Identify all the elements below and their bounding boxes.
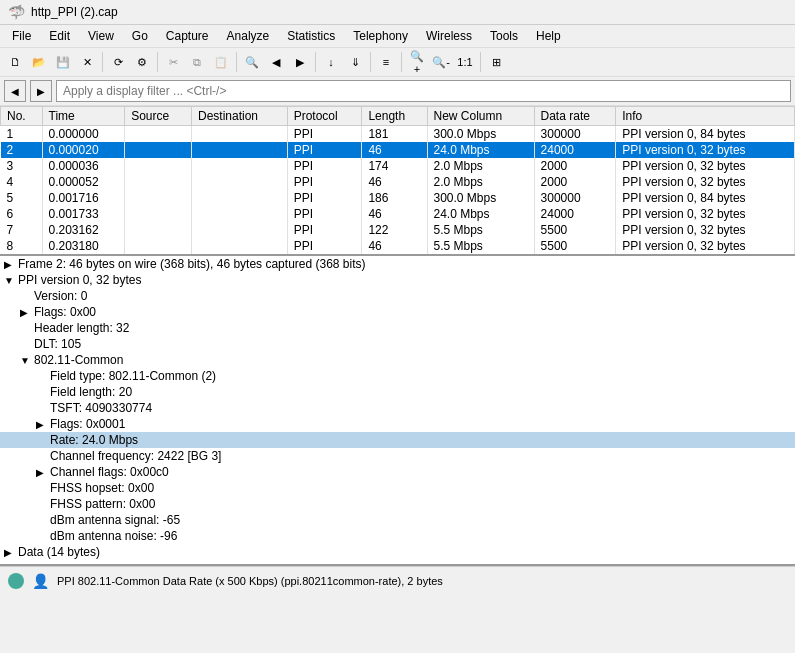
table-cell: 300.0 Mbps [427,126,534,143]
table-row[interactable]: 50.001716PPI186300.0 Mbps300000PPI versi… [1,190,795,206]
col-info[interactable]: Info [616,107,795,126]
detail-line[interactable]: ▼PPI version 0, 32 bytes [0,272,795,288]
table-cell: 24000 [534,206,616,222]
detail-line[interactable]: dBm antenna noise: -96 [0,528,795,544]
table-row[interactable]: 70.203162PPI1225.5 Mbps5500PPI version 0… [1,222,795,238]
table-cell: 122 [362,222,427,238]
table-cell: 46 [362,238,427,254]
table-row[interactable]: 30.000036PPI1742.0 Mbps2000PPI version 0… [1,158,795,174]
sep6 [401,52,402,72]
col-length[interactable]: Length [362,107,427,126]
table-cell: 186 [362,190,427,206]
detail-line[interactable]: ▶Flags: 0x00 [0,304,795,320]
table-cell: 24.0 Mbps [427,206,534,222]
detail-line[interactable]: Field length: 20 [0,384,795,400]
filter-forward-btn[interactable]: ▶ [30,80,52,102]
expand-icon[interactable]: ▼ [4,275,18,286]
detail-line[interactable]: ▶Channel flags: 0x00c0 [0,464,795,480]
menu-analyze[interactable]: Analyze [219,27,278,45]
detail-line[interactable]: DLT: 105 [0,336,795,352]
toolbar-zoom-out[interactable]: 🔍- [430,51,452,73]
col-protocol[interactable]: Protocol [287,107,362,126]
menu-telephony[interactable]: Telephony [345,27,416,45]
table-row[interactable]: 10.000000PPI181300.0 Mbps300000PPI versi… [1,126,795,143]
toolbar-goto[interactable]: ↓ [320,51,342,73]
detail-line[interactable]: Version: 0 [0,288,795,304]
table-row[interactable]: 20.000020PPI4624.0 Mbps24000PPI version … [1,142,795,158]
filter-back-btn[interactable]: ◀ [4,80,26,102]
toolbar-resize[interactable]: ⊞ [485,51,507,73]
filter-input[interactable] [56,80,791,102]
detail-line[interactable]: FHSS pattern: 0x00 [0,496,795,512]
toolbar-back[interactable]: ◀ [265,51,287,73]
menu-capture[interactable]: Capture [158,27,217,45]
detail-line[interactable]: FHSS hopset: 0x00 [0,480,795,496]
table-cell: PPI version 0, 32 bytes [616,206,795,222]
toolbar-capture-opts[interactable]: ⚙ [131,51,153,73]
table-row[interactable]: 40.000052PPI462.0 Mbps2000PPI version 0,… [1,174,795,190]
table-cell [125,238,192,254]
detail-line[interactable]: Channel frequency: 2422 [BG 3] [0,448,795,464]
menu-tools[interactable]: Tools [482,27,526,45]
table-row[interactable]: 60.001733PPI4624.0 Mbps24000PPI version … [1,206,795,222]
menu-file[interactable]: File [4,27,39,45]
toolbar-forward[interactable]: ▶ [289,51,311,73]
toolbar-reload[interactable]: ⟳ [107,51,129,73]
toolbar-open[interactable]: 📂 [28,51,50,73]
detail-line[interactable]: Rate: 24.0 Mbps [0,432,795,448]
expand-icon[interactable]: ▶ [4,259,18,270]
expand-icon[interactable]: ▶ [20,307,34,318]
col-destination[interactable]: Destination [191,107,287,126]
toolbar-copy[interactable]: ⧉ [186,51,208,73]
table-cell: 46 [362,142,427,158]
table-cell: 2.0 Mbps [427,158,534,174]
menu-go[interactable]: Go [124,27,156,45]
detail-line[interactable]: ▶Frame 2: 46 bytes on wire (368 bits), 4… [0,256,795,272]
col-datarate[interactable]: Data rate [534,107,616,126]
table-cell: 0.000020 [42,142,125,158]
table-cell: 5.5 Mbps [427,222,534,238]
sep3 [236,52,237,72]
col-time[interactable]: Time [42,107,125,126]
status-text: PPI 802.11-Common Data Rate (x 500 Kbps)… [57,575,443,587]
detail-line[interactable]: ▶Flags: 0x0001 [0,416,795,432]
expand-icon[interactable]: ▶ [4,547,18,558]
expand-icon[interactable]: ▶ [36,419,50,430]
detail-line[interactable]: Header length: 32 [0,320,795,336]
menu-view[interactable]: View [80,27,122,45]
detail-line[interactable]: dBm antenna signal: -65 [0,512,795,528]
col-source[interactable]: Source [125,107,192,126]
table-row[interactable]: 80.203180PPI465.5 Mbps5500PPI version 0,… [1,238,795,254]
toolbar-paste[interactable]: 📋 [210,51,232,73]
toolbar-zoom-normal[interactable]: 1:1 [454,51,476,73]
menu-help[interactable]: Help [528,27,569,45]
table-cell: 8 [1,238,43,254]
expand-icon[interactable]: ▶ [36,467,50,478]
toolbar-close[interactable]: ✕ [76,51,98,73]
ready-icon [8,573,24,589]
detail-line[interactable]: ▶Data (14 bytes) [0,544,795,560]
toolbar-cut[interactable]: ✂ [162,51,184,73]
toolbar-save[interactable]: 💾 [52,51,74,73]
table-cell: 300000 [534,126,616,143]
detail-line[interactable]: TSFT: 4090330774 [0,400,795,416]
toolbar-scroll[interactable]: ⇓ [344,51,366,73]
col-newcol[interactable]: New Column [427,107,534,126]
detail-text: Header length: 32 [34,321,129,335]
col-no[interactable]: No. [1,107,43,126]
toolbar-new[interactable]: 🗋 [4,51,26,73]
toolbar-zoom-in[interactable]: 🔍+ [406,51,428,73]
sep5 [370,52,371,72]
detail-line[interactable]: Field type: 802.11-Common (2) [0,368,795,384]
table-cell [191,222,287,238]
menu-wireless[interactable]: Wireless [418,27,480,45]
expand-icon[interactable]: ▼ [20,355,34,366]
toolbar-find[interactable]: 🔍 [241,51,263,73]
table-cell: PPI version 0, 32 bytes [616,222,795,238]
table-cell [125,158,192,174]
table-header: No. Time Source Destination Protocol Len… [1,107,795,126]
toolbar-coloring[interactable]: ≡ [375,51,397,73]
detail-line[interactable]: ▼802.11-Common [0,352,795,368]
menu-edit[interactable]: Edit [41,27,78,45]
menu-statistics[interactable]: Statistics [279,27,343,45]
